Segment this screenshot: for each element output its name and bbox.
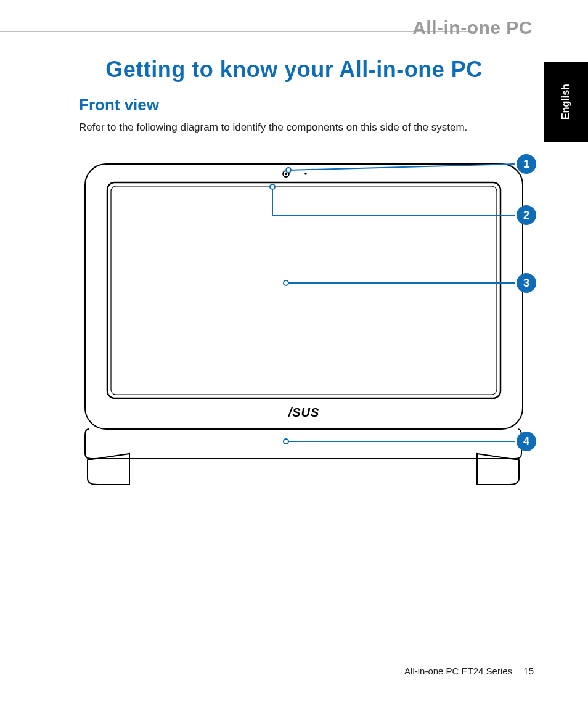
footer-page-number: 15: [523, 666, 534, 676]
body-paragraph: Refer to the following diagram to identi…: [79, 121, 467, 134]
svg-text:/SUS: /SUS: [288, 406, 320, 419]
callout-4: 4: [517, 432, 536, 451]
brand-title: All-in-one PC: [412, 17, 533, 38]
page-title: Getting to know your All-in-one PC: [0, 57, 588, 83]
svg-point-11: [270, 184, 275, 189]
page-footer: All-in-one PC ET24 Series 15: [404, 666, 534, 676]
svg-rect-2: [111, 186, 497, 395]
svg-point-15: [284, 439, 288, 444]
footer-series: All-in-one PC ET24 Series: [404, 666, 512, 676]
language-label: English: [560, 84, 571, 120]
svg-point-8: [286, 168, 291, 173]
section-heading: Front view: [79, 96, 159, 115]
svg-line-7: [288, 164, 515, 170]
header-rule: [0, 31, 475, 32]
callout-1: 1: [517, 154, 536, 174]
svg-point-4: [285, 173, 287, 175]
callout-2: 2: [517, 205, 536, 225]
svg-rect-0: [85, 164, 523, 429]
device-diagram: /SUS: [73, 152, 535, 497]
svg-point-5: [304, 173, 307, 175]
callout-3: 3: [517, 273, 536, 293]
svg-point-13: [284, 280, 288, 285]
